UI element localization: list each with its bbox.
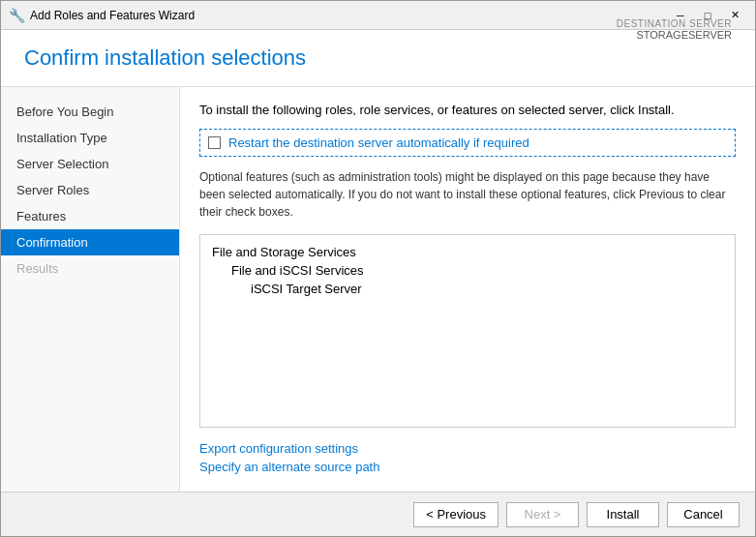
restart-checkbox-area[interactable]: Restart the destination server automatic… bbox=[199, 129, 736, 157]
destination-server-info: DESTINATION SERVER STORAGESERVER bbox=[617, 18, 732, 41]
sidebar-item-server-roles[interactable]: Server Roles bbox=[1, 177, 179, 203]
page-title: Confirm installation selections bbox=[24, 45, 732, 71]
optional-text: Optional features (such as administratio… bbox=[199, 168, 736, 221]
restart-label: Restart the destination server automatic… bbox=[228, 135, 529, 150]
install-button[interactable]: Install bbox=[587, 502, 659, 527]
features-box: File and Storage Services File and iSCSI… bbox=[199, 234, 736, 428]
cancel-button[interactable]: Cancel bbox=[667, 502, 740, 527]
feature-item-0: File and Storage Services bbox=[212, 243, 723, 261]
feature-item-1: File and iSCSI Services bbox=[212, 261, 723, 280]
instruction-text: To install the following roles, role ser… bbox=[199, 103, 736, 117]
content-area: Before You Begin Installation Type Serve… bbox=[1, 87, 755, 492]
window-title: Add Roles and Features Wizard bbox=[30, 9, 668, 22]
export-config-link[interactable]: Export configuration settings bbox=[199, 441, 736, 456]
next-button[interactable]: Next > bbox=[506, 502, 579, 527]
header: DESTINATION SERVER STORAGESERVER Confirm… bbox=[1, 30, 755, 87]
sidebar-item-features[interactable]: Features bbox=[1, 203, 179, 229]
alternate-source-link[interactable]: Specify an alternate source path bbox=[199, 460, 736, 474]
sidebar-item-installation-type[interactable]: Installation Type bbox=[1, 125, 179, 151]
footer: < Previous Next > Install Cancel bbox=[1, 492, 755, 536]
sidebar: Before You Begin Installation Type Serve… bbox=[1, 87, 180, 492]
previous-button[interactable]: < Previous bbox=[413, 502, 499, 527]
sidebar-item-server-selection[interactable]: Server Selection bbox=[1, 151, 179, 177]
links-area: Export configuration settings Specify an… bbox=[199, 441, 736, 474]
dest-label: DESTINATION SERVER bbox=[617, 18, 732, 29]
main-window: 🔧 Add Roles and Features Wizard ─ □ ✕ DE… bbox=[0, 0, 756, 537]
sidebar-item-before-you-begin[interactable]: Before You Begin bbox=[1, 99, 179, 125]
sidebar-item-confirmation[interactable]: Confirmation bbox=[1, 229, 179, 255]
window-icon: 🔧 bbox=[9, 8, 24, 23]
restart-checkbox[interactable] bbox=[208, 136, 221, 149]
sidebar-item-results: Results bbox=[1, 255, 179, 282]
main-content: To install the following roles, role ser… bbox=[180, 87, 755, 492]
dest-server-name: STORAGESERVER bbox=[617, 29, 732, 41]
feature-item-2: iSCSI Target Server bbox=[212, 280, 723, 298]
